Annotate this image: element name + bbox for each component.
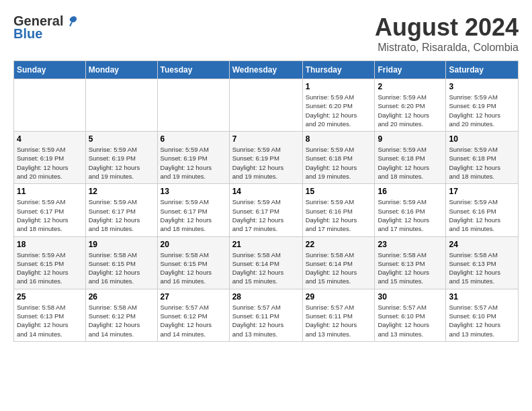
- calendar-cell: 28Sunrise: 5:57 AM Sunset: 6:11 PM Dayli…: [229, 289, 302, 341]
- day-info: Sunrise: 5:58 AM Sunset: 6:15 PM Dayligh…: [89, 250, 154, 286]
- day-number: 6: [161, 134, 226, 144]
- logo-blue-text: Blue: [13, 26, 42, 42]
- day-number: 2: [378, 82, 443, 91]
- calendar-cell: 31Sunrise: 5:57 AM Sunset: 6:10 PM Dayli…: [446, 289, 519, 341]
- day-number: 13: [161, 187, 226, 196]
- day-info: Sunrise: 5:57 AM Sunset: 6:11 PM Dayligh…: [232, 303, 300, 338]
- column-header-tuesday: Tuesday: [157, 61, 229, 79]
- day-number: 11: [17, 187, 83, 196]
- day-info: Sunrise: 5:58 AM Sunset: 6:13 PM Dayligh…: [17, 303, 83, 338]
- calendar-cell: 25Sunrise: 5:58 AM Sunset: 6:13 PM Dayli…: [14, 289, 86, 341]
- calendar-cell: 1Sunrise: 5:59 AM Sunset: 6:20 PM Daylig…: [302, 79, 375, 132]
- day-info: Sunrise: 5:59 AM Sunset: 6:19 PM Dayligh…: [17, 145, 83, 181]
- day-info: Sunrise: 5:57 AM Sunset: 6:11 PM Dayligh…: [306, 303, 372, 338]
- day-number: 9: [378, 134, 443, 144]
- calendar-cell: 3Sunrise: 5:59 AM Sunset: 6:19 PM Daylig…: [446, 79, 519, 132]
- day-info: Sunrise: 5:59 AM Sunset: 6:19 PM Dayligh…: [232, 145, 300, 181]
- day-number: 7: [232, 134, 300, 144]
- day-info: Sunrise: 5:59 AM Sunset: 6:18 PM Dayligh…: [378, 145, 443, 181]
- calendar-header-row: SundayMondayTuesdayWednesdayThursdayFrid…: [14, 61, 519, 79]
- day-info: Sunrise: 5:59 AM Sunset: 6:16 PM Dayligh…: [449, 197, 515, 233]
- day-info: Sunrise: 5:57 AM Sunset: 6:12 PM Dayligh…: [161, 303, 226, 338]
- day-number: 29: [306, 292, 372, 302]
- day-number: 8: [306, 134, 372, 144]
- calendar-cell: [85, 79, 157, 132]
- day-info: Sunrise: 5:59 AM Sunset: 6:16 PM Dayligh…: [306, 197, 372, 233]
- day-info: Sunrise: 5:59 AM Sunset: 6:20 PM Dayligh…: [306, 93, 372, 128]
- calendar-cell: 26Sunrise: 5:58 AM Sunset: 6:12 PM Dayli…: [85, 289, 157, 341]
- day-number: 31: [449, 292, 515, 302]
- day-number: 27: [161, 292, 226, 302]
- calendar-cell: 24Sunrise: 5:58 AM Sunset: 6:13 PM Dayli…: [446, 236, 519, 289]
- week-row-2: 4Sunrise: 5:59 AM Sunset: 6:19 PM Daylig…: [14, 132, 519, 184]
- day-info: Sunrise: 5:59 AM Sunset: 6:18 PM Dayligh…: [306, 145, 372, 181]
- day-number: 25: [17, 292, 83, 302]
- day-info: Sunrise: 5:59 AM Sunset: 6:17 PM Dayligh…: [89, 197, 154, 233]
- calendar-cell: 6Sunrise: 5:59 AM Sunset: 6:19 PM Daylig…: [157, 132, 229, 184]
- logo: General Blue: [13, 13, 79, 42]
- day-number: 30: [378, 292, 443, 302]
- day-info: Sunrise: 5:57 AM Sunset: 6:10 PM Dayligh…: [378, 303, 443, 338]
- calendar-cell: 12Sunrise: 5:59 AM Sunset: 6:17 PM Dayli…: [85, 184, 157, 236]
- calendar-cell: 7Sunrise: 5:59 AM Sunset: 6:19 PM Daylig…: [229, 132, 302, 184]
- calendar-cell: 16Sunrise: 5:59 AM Sunset: 6:16 PM Dayli…: [375, 184, 446, 236]
- calendar-cell: 27Sunrise: 5:57 AM Sunset: 6:12 PM Dayli…: [157, 289, 229, 341]
- day-info: Sunrise: 5:57 AM Sunset: 6:10 PM Dayligh…: [449, 303, 515, 338]
- day-number: 21: [232, 240, 300, 249]
- day-number: 28: [232, 292, 300, 302]
- day-info: Sunrise: 5:59 AM Sunset: 6:17 PM Dayligh…: [17, 197, 83, 233]
- calendar-cell: 20Sunrise: 5:58 AM Sunset: 6:15 PM Dayli…: [157, 236, 229, 289]
- column-header-wednesday: Wednesday: [229, 61, 302, 79]
- day-number: 26: [89, 292, 154, 302]
- day-info: Sunrise: 5:58 AM Sunset: 6:13 PM Dayligh…: [449, 250, 515, 286]
- day-number: 23: [378, 240, 443, 249]
- calendar-cell: 21Sunrise: 5:58 AM Sunset: 6:14 PM Dayli…: [229, 236, 302, 289]
- week-row-3: 11Sunrise: 5:59 AM Sunset: 6:17 PM Dayli…: [14, 184, 519, 236]
- column-header-monday: Monday: [85, 61, 157, 79]
- calendar-cell: 10Sunrise: 5:59 AM Sunset: 6:18 PM Dayli…: [446, 132, 519, 184]
- month-year-title: August 2024: [375, 13, 519, 42]
- page-header: General Blue August 2024 Mistrato, Risar…: [13, 13, 519, 54]
- title-section: August 2024 Mistrato, Risaralda, Colombi…: [375, 13, 519, 54]
- day-number: 17: [449, 187, 515, 196]
- day-info: Sunrise: 5:59 AM Sunset: 6:18 PM Dayligh…: [449, 145, 515, 181]
- calendar-cell: 29Sunrise: 5:57 AM Sunset: 6:11 PM Dayli…: [302, 289, 375, 341]
- calendar-cell: 14Sunrise: 5:59 AM Sunset: 6:17 PM Dayli…: [229, 184, 302, 236]
- day-number: 18: [17, 240, 83, 249]
- calendar-cell: 17Sunrise: 5:59 AM Sunset: 6:16 PM Dayli…: [446, 184, 519, 236]
- day-number: 15: [306, 187, 372, 196]
- calendar-cell: 23Sunrise: 5:58 AM Sunset: 6:13 PM Dayli…: [375, 236, 446, 289]
- week-row-1: 1Sunrise: 5:59 AM Sunset: 6:20 PM Daylig…: [14, 79, 519, 132]
- calendar-cell: 5Sunrise: 5:59 AM Sunset: 6:19 PM Daylig…: [85, 132, 157, 184]
- week-row-5: 25Sunrise: 5:58 AM Sunset: 6:13 PM Dayli…: [14, 289, 519, 341]
- week-row-4: 18Sunrise: 5:59 AM Sunset: 6:15 PM Dayli…: [14, 236, 519, 289]
- calendar-cell: 13Sunrise: 5:59 AM Sunset: 6:17 PM Dayli…: [157, 184, 229, 236]
- column-header-saturday: Saturday: [446, 61, 519, 79]
- calendar-cell: 8Sunrise: 5:59 AM Sunset: 6:18 PM Daylig…: [302, 132, 375, 184]
- calendar-cell: [229, 79, 302, 132]
- day-info: Sunrise: 5:59 AM Sunset: 6:20 PM Dayligh…: [378, 93, 443, 128]
- day-info: Sunrise: 5:58 AM Sunset: 6:14 PM Dayligh…: [306, 250, 372, 286]
- day-number: 3: [449, 82, 515, 91]
- day-info: Sunrise: 5:59 AM Sunset: 6:17 PM Dayligh…: [161, 197, 226, 233]
- calendar-cell: 2Sunrise: 5:59 AM Sunset: 6:20 PM Daylig…: [375, 79, 446, 132]
- day-number: 10: [449, 134, 515, 144]
- calendar-cell: 30Sunrise: 5:57 AM Sunset: 6:10 PM Dayli…: [375, 289, 446, 341]
- day-info: Sunrise: 5:59 AM Sunset: 6:19 PM Dayligh…: [161, 145, 226, 181]
- calendar-cell: 22Sunrise: 5:58 AM Sunset: 6:14 PM Dayli…: [302, 236, 375, 289]
- column-header-sunday: Sunday: [14, 61, 86, 79]
- day-number: 24: [449, 240, 515, 249]
- calendar-cell: 18Sunrise: 5:59 AM Sunset: 6:15 PM Dayli…: [14, 236, 86, 289]
- day-number: 20: [161, 240, 226, 249]
- day-info: Sunrise: 5:58 AM Sunset: 6:12 PM Dayligh…: [89, 303, 154, 338]
- day-number: 22: [306, 240, 372, 249]
- calendar-table: SundayMondayTuesdayWednesdayThursdayFrid…: [13, 60, 519, 342]
- location-subtitle: Mistrato, Risaralda, Colombia: [375, 42, 519, 54]
- logo-bird-icon: [64, 14, 79, 29]
- calendar-cell: 15Sunrise: 5:59 AM Sunset: 6:16 PM Dayli…: [302, 184, 375, 236]
- column-header-thursday: Thursday: [302, 61, 375, 79]
- day-number: 12: [89, 187, 154, 196]
- day-number: 19: [89, 240, 154, 249]
- day-number: 14: [232, 187, 300, 196]
- calendar-cell: 4Sunrise: 5:59 AM Sunset: 6:19 PM Daylig…: [14, 132, 86, 184]
